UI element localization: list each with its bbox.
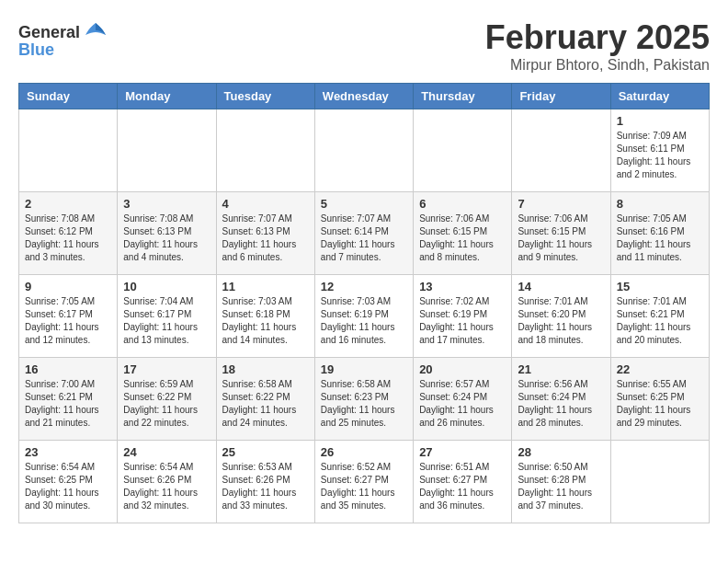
day-number: 18 [222,362,309,376]
day-info: Sunrise: 7:06 AM Sunset: 6:15 PM Dayligh… [518,213,604,264]
calendar-cell [118,109,216,192]
logo-text-blue: Blue [18,40,54,60]
calendar-cell: 22Sunrise: 6:55 AM Sunset: 6:25 PM Dayli… [610,358,709,441]
day-number: 24 [123,445,210,459]
calendar-week-5: 23Sunrise: 6:54 AM Sunset: 6:25 PM Dayli… [19,441,710,523]
main-title: February 2025 [485,18,710,57]
day-number: 6 [419,197,506,211]
day-info: Sunrise: 7:04 AM Sunset: 6:17 PM Dayligh… [123,295,210,347]
calendar-cell [314,109,413,192]
day-number: 10 [123,280,210,293]
calendar-cell: 14Sunrise: 7:01 AM Sunset: 6:20 PM Dayli… [512,275,610,358]
calendar-cell: 17Sunrise: 6:59 AM Sunset: 6:22 PM Dayli… [118,358,216,441]
day-number: 28 [518,445,604,459]
day-number: 23 [25,445,111,459]
calendar-cell: 2Sunrise: 7:08 AM Sunset: 6:12 PM Daylig… [19,192,118,275]
day-number: 19 [321,362,407,376]
logo: General Blue [18,18,109,60]
day-number: 21 [518,362,604,376]
calendar-cell [19,109,118,192]
day-info: Sunrise: 6:53 AM Sunset: 6:26 PM Dayligh… [222,461,309,512]
day-number: 14 [518,280,604,293]
calendar-cell [610,441,709,523]
calendar-cell: 15Sunrise: 7:01 AM Sunset: 6:21 PM Dayli… [610,275,709,358]
calendar-header-row: SundayMondayTuesdayWednesdayThursdayFrid… [19,84,710,109]
day-info: Sunrise: 7:02 AM Sunset: 6:19 PM Dayligh… [419,295,506,347]
calendar-cell: 27Sunrise: 6:51 AM Sunset: 6:27 PM Dayli… [414,441,512,523]
day-info: Sunrise: 7:03 AM Sunset: 6:18 PM Dayligh… [222,295,309,347]
day-info: Sunrise: 7:09 AM Sunset: 6:11 PM Dayligh… [617,130,703,181]
calendar-cell: 6Sunrise: 7:06 AM Sunset: 6:15 PM Daylig… [414,192,512,275]
calendar-cell: 3Sunrise: 7:08 AM Sunset: 6:13 PM Daylig… [118,192,216,275]
calendar-cell: 23Sunrise: 6:54 AM Sunset: 6:25 PM Dayli… [19,441,118,523]
day-number: 11 [222,280,309,293]
calendar-week-4: 16Sunrise: 7:00 AM Sunset: 6:21 PM Dayli… [19,358,710,441]
calendar-cell: 11Sunrise: 7:03 AM Sunset: 6:18 PM Dayli… [216,275,314,358]
day-info: Sunrise: 7:08 AM Sunset: 6:13 PM Dayligh… [123,213,210,264]
column-header-tuesday: Tuesday [216,84,314,109]
calendar-cell: 24Sunrise: 6:54 AM Sunset: 6:26 PM Dayli… [118,441,216,523]
calendar-cell [512,109,610,192]
day-number: 15 [617,280,703,293]
day-number: 25 [222,445,309,459]
day-info: Sunrise: 7:00 AM Sunset: 6:21 PM Dayligh… [25,378,111,430]
day-number: 27 [419,445,506,459]
day-number: 16 [25,362,111,376]
day-info: Sunrise: 6:55 AM Sunset: 6:25 PM Dayligh… [617,378,703,430]
day-info: Sunrise: 6:58 AM Sunset: 6:23 PM Dayligh… [321,378,407,430]
column-header-monday: Monday [118,84,216,109]
column-header-sunday: Sunday [19,84,118,109]
calendar-cell: 19Sunrise: 6:58 AM Sunset: 6:23 PM Dayli… [314,358,413,441]
calendar-cell: 26Sunrise: 6:52 AM Sunset: 6:27 PM Dayli… [314,441,413,523]
day-number: 17 [123,362,210,376]
calendar-cell: 4Sunrise: 7:07 AM Sunset: 6:13 PM Daylig… [216,192,314,275]
day-info: Sunrise: 6:59 AM Sunset: 6:22 PM Dayligh… [123,378,210,430]
calendar-week-1: 1Sunrise: 7:09 AM Sunset: 6:11 PM Daylig… [19,109,710,192]
calendar-cell: 25Sunrise: 6:53 AM Sunset: 6:26 PM Dayli… [216,441,314,523]
day-info: Sunrise: 7:08 AM Sunset: 6:12 PM Dayligh… [25,213,111,264]
logo-icon [82,18,109,46]
day-info: Sunrise: 6:54 AM Sunset: 6:25 PM Dayligh… [25,461,111,512]
day-number: 5 [321,197,407,211]
calendar-cell: 20Sunrise: 6:57 AM Sunset: 6:24 PM Dayli… [414,358,512,441]
day-info: Sunrise: 6:58 AM Sunset: 6:22 PM Dayligh… [222,378,309,430]
day-info: Sunrise: 6:54 AM Sunset: 6:26 PM Dayligh… [123,461,210,512]
day-info: Sunrise: 7:05 AM Sunset: 6:16 PM Dayligh… [617,213,703,264]
calendar: SundayMondayTuesdayWednesdayThursdayFrid… [18,83,710,523]
logo-text-general: General [18,23,80,42]
calendar-cell [414,109,512,192]
day-number: 8 [617,197,703,211]
page-header: General Blue February 2025 Mirpur Bhtoro… [18,18,710,74]
calendar-week-3: 9Sunrise: 7:05 AM Sunset: 6:17 PM Daylig… [19,275,710,358]
day-number: 13 [419,280,506,293]
calendar-cell [216,109,314,192]
day-info: Sunrise: 7:07 AM Sunset: 6:14 PM Dayligh… [321,213,407,264]
calendar-cell: 13Sunrise: 7:02 AM Sunset: 6:19 PM Dayli… [414,275,512,358]
calendar-cell: 7Sunrise: 7:06 AM Sunset: 6:15 PM Daylig… [512,192,610,275]
day-number: 20 [419,362,506,376]
day-info: Sunrise: 7:01 AM Sunset: 6:20 PM Dayligh… [518,295,604,347]
subtitle: Mirpur Bhtoro, Sindh, Pakistan [485,57,710,74]
calendar-week-2: 2Sunrise: 7:08 AM Sunset: 6:12 PM Daylig… [19,192,710,275]
day-info: Sunrise: 6:51 AM Sunset: 6:27 PM Dayligh… [419,461,506,512]
title-area: February 2025 Mirpur Bhtoro, Sindh, Paki… [485,18,710,74]
calendar-cell: 8Sunrise: 7:05 AM Sunset: 6:16 PM Daylig… [610,192,709,275]
calendar-cell: 21Sunrise: 6:56 AM Sunset: 6:24 PM Dayli… [512,358,610,441]
column-header-saturday: Saturday [610,84,709,109]
calendar-cell: 10Sunrise: 7:04 AM Sunset: 6:17 PM Dayli… [118,275,216,358]
day-number: 22 [617,362,703,376]
column-header-friday: Friday [512,84,610,109]
day-info: Sunrise: 7:03 AM Sunset: 6:19 PM Dayligh… [321,295,407,347]
day-number: 12 [321,280,407,293]
day-info: Sunrise: 6:57 AM Sunset: 6:24 PM Dayligh… [419,378,506,430]
day-info: Sunrise: 6:56 AM Sunset: 6:24 PM Dayligh… [518,378,604,430]
calendar-cell: 18Sunrise: 6:58 AM Sunset: 6:22 PM Dayli… [216,358,314,441]
day-number: 1 [617,114,703,128]
calendar-cell: 12Sunrise: 7:03 AM Sunset: 6:19 PM Dayli… [314,275,413,358]
calendar-cell: 5Sunrise: 7:07 AM Sunset: 6:14 PM Daylig… [314,192,413,275]
day-number: 26 [321,445,407,459]
day-number: 7 [518,197,604,211]
day-info: Sunrise: 6:50 AM Sunset: 6:28 PM Dayligh… [518,461,604,512]
day-info: Sunrise: 7:01 AM Sunset: 6:21 PM Dayligh… [617,295,703,347]
column-header-wednesday: Wednesday [314,84,413,109]
